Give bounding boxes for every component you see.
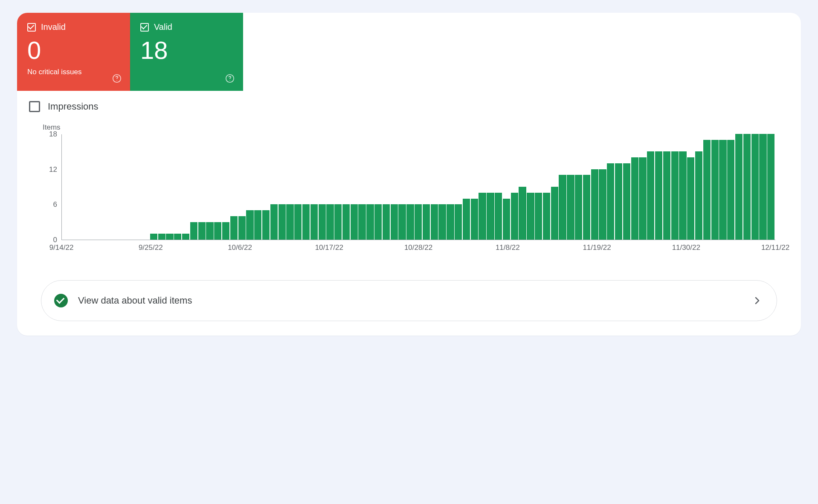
chart-bar	[559, 175, 566, 240]
chart-bar	[543, 193, 550, 240]
chart-bar	[463, 199, 470, 240]
chart-bar	[374, 204, 382, 240]
chart-bar	[406, 204, 414, 240]
chart-bar	[727, 140, 734, 240]
chart-bar	[687, 157, 694, 240]
chart-bar	[679, 151, 686, 240]
chart-bar	[551, 187, 558, 240]
view-valid-items-button[interactable]: View data about valid items	[41, 280, 777, 321]
invalid-card-label: Invalid	[41, 22, 66, 32]
chart-y-tick: 12	[49, 165, 57, 174]
chart-bar	[535, 193, 542, 240]
chart-bar	[479, 193, 486, 240]
chart-bar	[767, 134, 774, 240]
impressions-toggle[interactable]: Impressions	[17, 91, 801, 115]
chart-x-axis: 9/14/229/25/2210/6/2210/17/2210/28/2211/…	[61, 240, 775, 255]
checkbox-checked-icon	[27, 23, 36, 32]
check-circle-icon	[54, 294, 68, 307]
chart-bar	[639, 157, 646, 240]
help-icon[interactable]	[112, 74, 122, 83]
chart-bar	[527, 193, 534, 240]
items-chart: Items 061218 9/14/229/25/2210/6/2210/17/…	[17, 115, 801, 259]
chart-bar	[334, 204, 342, 240]
chart-x-tick: 11/30/22	[672, 243, 700, 252]
chart-bar	[503, 199, 510, 240]
help-icon[interactable]	[225, 74, 235, 83]
chart-bar	[583, 175, 590, 240]
chart-bar	[415, 204, 422, 240]
chart-bar	[206, 222, 213, 240]
chart-bar	[567, 175, 574, 240]
chart-bar	[198, 222, 206, 240]
chart-plot	[61, 134, 775, 240]
chart-bar	[487, 193, 494, 240]
chart-bar	[190, 222, 197, 240]
chart-y-tick: 0	[53, 236, 57, 244]
chart-x-tick: 10/6/22	[228, 243, 252, 252]
chart-y-tick: 6	[53, 200, 57, 209]
chart-bar	[607, 163, 614, 240]
chart-bar	[671, 151, 679, 240]
chart-bar	[150, 234, 157, 240]
chart-bar	[631, 157, 638, 240]
chart-bar	[286, 204, 293, 240]
checkbox-checked-icon	[140, 23, 149, 32]
chart-x-tick: 10/28/22	[404, 243, 432, 252]
chart-bar	[511, 193, 518, 240]
chart-bar	[158, 234, 165, 240]
chart-bar	[423, 204, 430, 240]
chart-bar	[302, 204, 310, 240]
chart-y-tick: 18	[49, 130, 57, 139]
chart-x-tick: 12/11/22	[761, 243, 789, 252]
chart-bar	[366, 204, 374, 240]
chart-bar	[759, 134, 766, 240]
chart-bar	[719, 140, 726, 240]
chart-bar	[495, 193, 502, 240]
chart-bar	[455, 204, 462, 240]
chart-bar	[591, 169, 598, 240]
chart-bar	[238, 216, 246, 240]
invalid-count: 0	[27, 38, 120, 63]
chart-bar	[735, 134, 743, 240]
chart-bar	[743, 134, 751, 240]
chart-bar	[246, 210, 253, 240]
chart-bar	[599, 169, 606, 240]
chart-x-tick: 10/17/22	[315, 243, 343, 252]
svg-point-1	[116, 80, 117, 81]
chart-bar	[254, 210, 261, 240]
chart-bar	[230, 216, 238, 240]
svg-point-3	[229, 80, 230, 81]
chart-bar	[174, 234, 181, 240]
chevron-right-icon	[752, 295, 762, 306]
chart-bar	[383, 204, 390, 240]
valid-card[interactable]: Valid 18	[130, 13, 243, 91]
chart-bar	[351, 204, 358, 240]
chart-bar	[319, 204, 326, 240]
chart-bar	[262, 210, 270, 240]
invalid-card[interactable]: Invalid 0 No critical issues	[17, 13, 130, 91]
chart-y-axis: 061218	[43, 134, 61, 240]
chart-bar	[663, 151, 670, 240]
valid-count: 18	[140, 38, 233, 63]
chart-bar	[438, 204, 446, 240]
chart-x-tick: 11/19/22	[583, 243, 611, 252]
chart-bar	[222, 222, 229, 240]
chart-bar	[471, 199, 478, 240]
chart-bar	[342, 204, 350, 240]
chart-bar	[270, 204, 278, 240]
invalid-subtext: No critical issues	[27, 68, 120, 76]
chart-bar	[294, 204, 302, 240]
chart-bar	[431, 204, 438, 240]
chart-bar	[182, 234, 189, 240]
chart-bar	[398, 204, 406, 240]
chart-bar	[695, 151, 702, 240]
chart-bar	[623, 163, 630, 240]
chart-bar	[310, 204, 318, 240]
chart-y-title: Items	[43, 123, 775, 132]
chart-bar	[358, 204, 365, 240]
chart-bar	[214, 222, 221, 240]
chart-x-tick: 9/14/22	[49, 243, 74, 252]
chart-bar	[391, 204, 398, 240]
chart-bar	[703, 140, 711, 240]
valid-card-label: Valid	[154, 22, 172, 32]
